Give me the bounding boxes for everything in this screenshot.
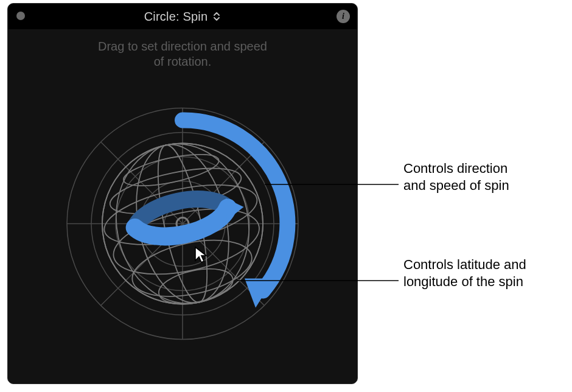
callout-inner: Controls latitude and longitude of the s… — [403, 256, 526, 290]
panel-title: Circle: Spin — [144, 10, 208, 24]
spin-panel: Circle: Spin i Drag to set direction and… — [7, 3, 358, 384]
hint-line-2: of rotation. — [154, 55, 212, 68]
info-icon[interactable]: i — [337, 10, 350, 23]
radar-grid — [67, 108, 298, 340]
callout-outer: Controls direction and speed of spin — [403, 160, 509, 194]
panel-titlebar: Circle: Spin i — [8, 4, 357, 29]
close-icon[interactable] — [16, 12, 25, 20]
hint-line-1: Drag to set direction and speed — [98, 40, 267, 53]
spin-canvas-wrap — [8, 77, 357, 383]
chevron-updown-icon — [212, 11, 221, 22]
callout-inner-line1: Controls latitude and — [403, 257, 526, 272]
callout-outer-line2: and speed of spin — [403, 178, 509, 193]
callouts: Controls direction and speed of spin Con… — [365, 0, 566, 392]
stage: Circle: Spin i Drag to set direction and… — [0, 0, 572, 392]
hint-text: Drag to set direction and speed of rotat… — [8, 39, 357, 69]
panel-title-menu[interactable]: Circle: Spin — [144, 10, 221, 24]
callout-inner-line2: longitude of the spin — [403, 274, 523, 289]
callout-outer-line1: Controls direction — [403, 161, 507, 176]
spin-canvas[interactable] — [55, 96, 310, 354]
info-glyph: i — [342, 12, 344, 21]
